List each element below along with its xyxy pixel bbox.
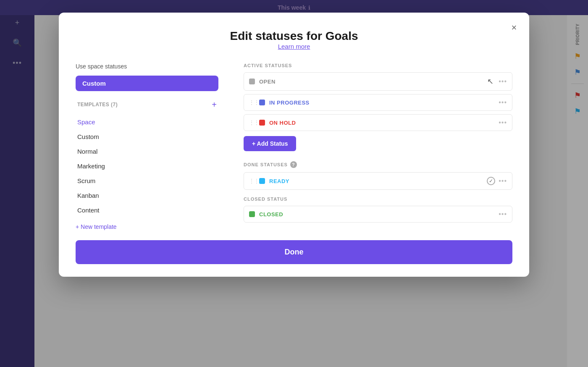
closed-status-actions: ••• — [499, 210, 507, 218]
ready-dot — [259, 178, 265, 184]
template-item-marketing[interactable]: Marketing — [76, 159, 218, 173]
modal-overlay: × Edit statuses for Goals Learn more Use… — [0, 0, 588, 367]
status-row-open[interactable]: OPEN ↖ ••• — [244, 72, 512, 91]
modal-title: Edit statuses for Goals — [76, 29, 512, 43]
on-hold-drag-handle[interactable]: ⋮⋮ — [249, 120, 256, 126]
in-progress-dots-menu[interactable]: ••• — [499, 99, 507, 106]
ready-drag-handle[interactable]: ⋮⋮ — [249, 178, 256, 184]
template-item-space[interactable]: Space — [76, 115, 218, 129]
template-item-content[interactable]: Content — [76, 203, 218, 218]
closed-dots-menu[interactable]: ••• — [499, 210, 507, 218]
closed-section: CLOSED STATUS CLOSED ••• — [244, 197, 512, 223]
status-row-closed[interactable]: CLOSED ••• — [244, 206, 512, 223]
open-dots-menu[interactable]: ••• — [499, 78, 507, 85]
status-row-in-progress[interactable]: ⋮⋮ IN PROGRESS ••• — [244, 94, 512, 111]
templates-header: TEMPLATES (7) + — [76, 97, 218, 112]
close-button[interactable]: × — [507, 21, 521, 34]
done-button[interactable]: Done — [76, 240, 512, 264]
in-progress-status-actions: ••• — [499, 99, 507, 106]
done-statuses-label: DONE STATUSES ? — [244, 161, 512, 168]
custom-selected-item[interactable]: Custom — [76, 76, 218, 91]
in-progress-status-name: IN PROGRESS — [269, 100, 499, 106]
template-item-kanban[interactable]: Kanban — [76, 188, 218, 203]
open-status-actions: ↖ ••• — [487, 77, 507, 86]
modal: × Edit statuses for Goals Learn more Use… — [59, 13, 529, 277]
ready-status-actions: ✓ ••• — [487, 177, 507, 185]
open-dot — [249, 79, 255, 84]
done-help-icon[interactable]: ? — [290, 161, 297, 168]
modal-body: Use space statuses Custom TEMPLATES (7) … — [76, 63, 512, 230]
in-progress-drag-handle[interactable]: ⋮⋮ — [249, 100, 256, 105]
closed-dot — [249, 211, 255, 217]
template-item-scrum[interactable]: Scrum — [76, 173, 218, 188]
closed-status-name: CLOSED — [259, 211, 499, 218]
done-section: DONE STATUSES ? ⋮⋮ READY ✓ ••• — [244, 161, 512, 190]
template-item-normal[interactable]: Normal — [76, 144, 218, 159]
status-row-ready[interactable]: ⋮⋮ READY ✓ ••• — [244, 172, 512, 190]
ready-check-icon: ✓ — [487, 177, 495, 185]
status-row-on-hold[interactable]: ⋮⋮ ON HOLD ••• — [244, 114, 512, 131]
add-status-button[interactable]: + Add Status — [244, 136, 296, 151]
ready-status-name: READY — [269, 178, 487, 184]
cursor-icon: ↖ — [487, 77, 494, 86]
active-statuses-label: ACTIVE STATUSES — [244, 63, 512, 68]
ready-dots-menu[interactable]: ••• — [499, 177, 507, 185]
left-panel: Use space statuses Custom TEMPLATES (7) … — [76, 63, 218, 230]
on-hold-dots-menu[interactable]: ••• — [499, 119, 507, 126]
in-progress-dot — [259, 100, 265, 105]
open-status-name: OPEN — [259, 79, 487, 85]
new-template-link[interactable]: + New template — [76, 223, 218, 230]
right-content: ACTIVE STATUSES OPEN ↖ ••• ⋮⋮ — [244, 63, 512, 230]
learn-more-link[interactable]: Learn more — [278, 43, 310, 50]
on-hold-status-name: ON HOLD — [269, 120, 499, 126]
template-item-custom[interactable]: Custom — [76, 129, 218, 144]
on-hold-dot — [259, 120, 265, 126]
use-space-label: Use space statuses — [76, 63, 218, 70]
templates-add-icon[interactable]: + — [212, 100, 217, 109]
templates-label: TEMPLATES (7) — [77, 102, 118, 107]
modal-header: Edit statuses for Goals Learn more — [76, 29, 512, 50]
closed-status-label: CLOSED STATUS — [244, 197, 512, 202]
on-hold-status-actions: ••• — [499, 119, 507, 126]
